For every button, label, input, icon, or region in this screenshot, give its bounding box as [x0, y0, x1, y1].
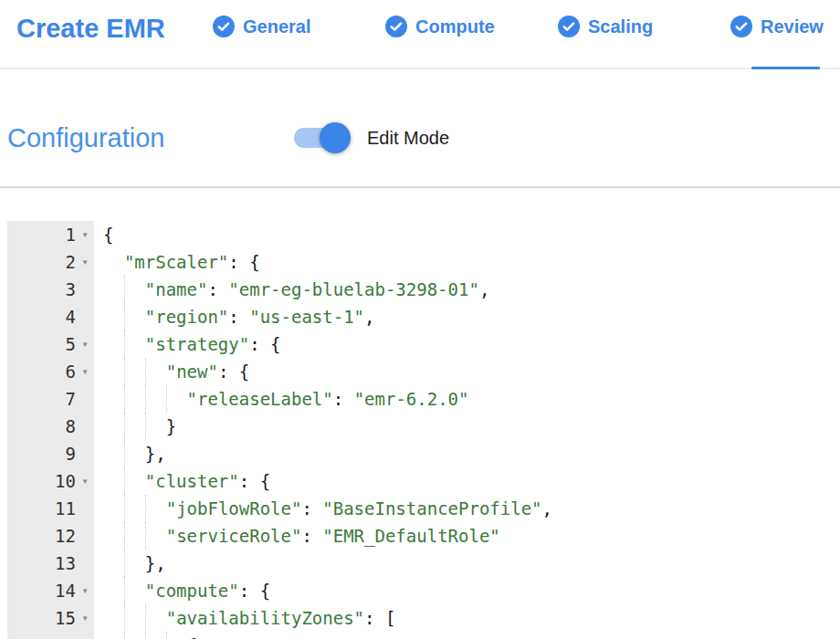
json-string-token: "cluster" — [145, 471, 239, 491]
indent-guide — [166, 632, 167, 639]
tab-review[interactable]: Review — [730, 16, 824, 37]
json-string-token: "serviceRole" — [166, 526, 302, 546]
line-number: 16 — [7, 635, 76, 639]
tab-label: General — [243, 16, 310, 37]
json-punctuation-token: , — [364, 307, 374, 327]
json-punctuation-token: { — [187, 635, 197, 639]
json-string-token: "compute" — [145, 581, 239, 601]
code-line[interactable]: }, — [94, 440, 833, 467]
indent-guide — [166, 385, 167, 413]
json-punctuation-token: }, — [145, 553, 166, 573]
fold-arrow-icon[interactable]: ▾ — [76, 467, 94, 495]
json-string-token: "availabilityZones" — [166, 608, 364, 628]
indent-guide — [124, 467, 125, 495]
code-line[interactable]: }, — [94, 550, 833, 577]
check-circle-icon — [730, 16, 752, 37]
code-line[interactable]: "strategy": { — [94, 330, 833, 358]
gutter-row: 10▾ — [7, 467, 94, 495]
line-number: 5 — [7, 334, 76, 354]
indent-guide — [124, 440, 125, 467]
json-string-token: "strategy" — [145, 334, 249, 354]
gutter-row: 6▾ — [7, 358, 94, 385]
indent-guide — [124, 303, 125, 330]
gutter-row: 11 — [7, 495, 94, 522]
code-line[interactable]: } — [94, 413, 833, 440]
edit-mode-toggle[interactable] — [294, 128, 340, 148]
code-line[interactable]: "cluster": { — [94, 467, 833, 495]
tab-general[interactable]: General — [213, 16, 310, 37]
code-line[interactable]: { — [94, 221, 833, 248]
fold-arrow-icon[interactable]: ▾ — [76, 358, 94, 385]
fold-arrow-icon[interactable]: ▾ — [76, 577, 94, 604]
code-line[interactable]: "compute": { — [94, 577, 833, 604]
fold-arrow-icon[interactable]: ▾ — [76, 330, 94, 358]
code-line[interactable]: "mrScaler": { — [94, 248, 833, 276]
fold-arrow-icon[interactable]: ▾ — [76, 248, 94, 276]
json-punctuation-token: : { — [249, 334, 280, 354]
fold-arrow-icon[interactable]: ▾ — [76, 221, 94, 248]
edit-mode-label: Edit Mode — [367, 111, 449, 164]
line-number: 6 — [7, 361, 76, 382]
json-string-token: "region" — [145, 307, 229, 327]
json-punctuation-token: , — [542, 498, 552, 519]
code-line[interactable]: "releaseLabel": "emr-6.2.0" — [94, 385, 833, 413]
gutter-row: 12 — [7, 522, 94, 550]
line-number: 11 — [7, 498, 76, 519]
json-punctuation-token: : { — [218, 361, 249, 382]
indent-guide — [145, 385, 146, 413]
line-number: 3 — [7, 279, 76, 299]
json-string-token: "name" — [145, 279, 208, 299]
indent-guide — [124, 604, 125, 632]
toggle-knob-icon — [320, 122, 351, 153]
indent-guide — [124, 276, 125, 303]
json-punctuation-token: : [ — [364, 608, 395, 628]
line-number: 15 — [7, 608, 76, 628]
line-number: 10 — [7, 471, 76, 491]
code-line[interactable]: "name": "emr-eg-bluelab-3298-01", — [94, 276, 833, 303]
wizard-header: Create EMR General Compute Scaling Revie… — [0, 0, 840, 69]
indent-guide — [145, 413, 146, 440]
json-punctuation-token: : — [207, 279, 228, 299]
json-punctuation-token: : — [228, 307, 249, 327]
check-circle-icon — [385, 16, 407, 37]
json-punctuation-token: { — [103, 225, 113, 245]
indent-guide — [145, 632, 146, 639]
code-line[interactable]: "availabilityZones": [ — [94, 604, 833, 632]
tab-compute[interactable]: Compute — [385, 16, 495, 37]
indent-guide — [124, 522, 125, 550]
line-number: 4 — [7, 307, 76, 327]
gutter-row: 16▾ — [7, 632, 94, 639]
check-circle-icon — [213, 16, 235, 37]
indent-guide — [124, 413, 125, 440]
json-editor[interactable]: 1▾2▾345▾6▾78910▾11121314▾15▾16▾ {"mrScal… — [7, 221, 833, 639]
gutter-row: 9 — [7, 440, 94, 467]
indent-guide — [124, 495, 125, 522]
indent-guide — [124, 330, 125, 358]
editor-code-area[interactable]: {"mrScaler": {"name": "emr-eg-bluelab-32… — [94, 221, 833, 639]
fold-arrow-icon[interactable]: ▾ — [76, 604, 94, 632]
code-line[interactable]: { — [94, 632, 833, 639]
json-string-token: "new" — [166, 361, 218, 382]
section-title-configuration: Configuration — [7, 111, 165, 164]
code-line[interactable]: "serviceRole": "EMR_DefaultRole" — [94, 522, 833, 550]
indent-guide — [124, 577, 125, 604]
json-punctuation-token: , — [479, 279, 489, 299]
line-number: 1 — [7, 225, 76, 245]
tab-scaling[interactable]: Scaling — [558, 16, 653, 37]
indent-guide — [145, 522, 146, 550]
json-string-token: "mrScaler" — [124, 252, 228, 272]
code-line[interactable]: "new": { — [94, 358, 833, 385]
json-punctuation-token: : { — [228, 252, 259, 272]
indent-guide — [124, 632, 125, 639]
fold-arrow-icon[interactable]: ▾ — [76, 632, 94, 639]
json-string-token: "emr-eg-bluelab-3298-01" — [228, 279, 479, 299]
section-divider — [0, 186, 840, 188]
create-emr-page: Create EMR General Compute Scaling Revie… — [0, 0, 840, 639]
configuration-section-header: Configuration Edit Mode — [0, 111, 840, 164]
indent-guide — [145, 604, 146, 632]
code-line[interactable]: "region": "us-east-1", — [94, 303, 833, 330]
indent-guide — [145, 495, 146, 522]
code-line[interactable]: "jobFlowRole": "BaseInstanceProfile", — [94, 495, 833, 522]
json-punctuation-token: } — [166, 416, 176, 436]
gutter-row: 15▾ — [7, 604, 94, 632]
